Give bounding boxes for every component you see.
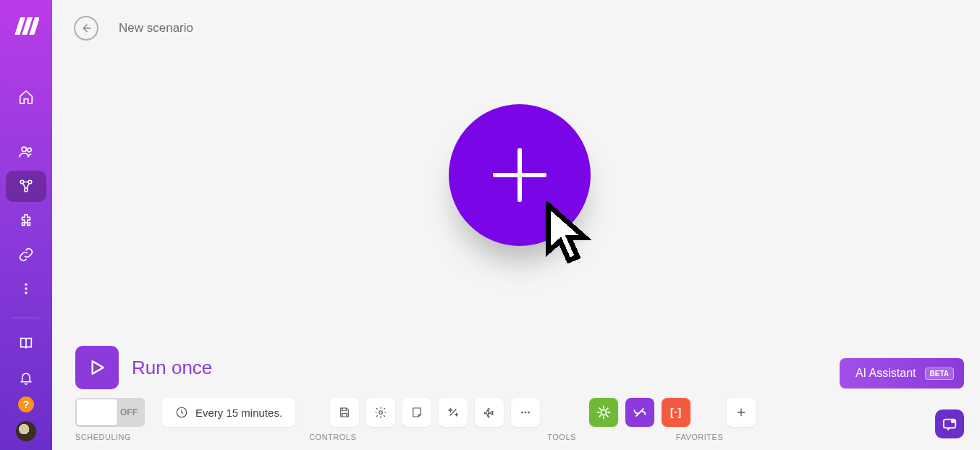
nav-connections[interactable]: [6, 239, 46, 270]
run-button[interactable]: [75, 346, 119, 389]
nav-home[interactable]: [6, 81, 46, 112]
favorites-section-label: FAVORITES: [676, 433, 723, 441]
avatar[interactable]: [16, 421, 36, 441]
note-icon: [410, 406, 423, 419]
settings-button[interactable]: [366, 398, 395, 427]
add-favorite-button[interactable]: [727, 398, 756, 427]
add-module-button[interactable]: [449, 104, 591, 246]
clock-icon: [175, 406, 188, 419]
svg-point-3: [22, 147, 26, 151]
svg-point-10: [25, 292, 27, 294]
svg-point-16: [601, 409, 606, 415]
canvas[interactable]: [52, 56, 980, 450]
flow-icon: [596, 404, 612, 420]
make-logo: [13, 13, 39, 39]
chat-icon: [942, 416, 958, 432]
magic-icon: [447, 406, 460, 419]
text-parser-tool[interactable]: [·]: [662, 398, 690, 427]
chat-fab[interactable]: [935, 409, 964, 438]
schedule-interval-label: Every 15 minutes.: [195, 407, 282, 419]
more-icon: [519, 406, 532, 419]
run-bar: Run once: [75, 346, 212, 389]
save-icon: [338, 406, 351, 419]
scheduling-section-label: SCHEDULING: [75, 433, 131, 441]
sidebar: ?: [0, 0, 52, 450]
svg-point-9: [25, 287, 27, 289]
toggle-knob: [77, 399, 117, 425]
svg-point-15: [528, 412, 530, 414]
svg-point-8: [25, 284, 27, 286]
plus-icon: [493, 148, 546, 202]
ai-assistant-label: AI Assistant: [856, 367, 916, 380]
plus-small-icon: [735, 406, 748, 419]
controls-group: [330, 398, 540, 427]
topbar: New scenario: [52, 0, 980, 56]
sidebar-separator: [13, 318, 39, 318]
wrench-icon: [632, 404, 648, 420]
nav-team[interactable]: [6, 137, 46, 168]
page-title[interactable]: New scenario: [119, 21, 193, 35]
svg-point-12: [379, 411, 383, 415]
tools-group: [·]: [589, 398, 690, 427]
toggle-state: OFF: [120, 407, 138, 417]
svg-point-13: [521, 412, 523, 414]
parser-icon: [·]: [670, 407, 682, 418]
beta-badge: BETA: [925, 368, 954, 380]
controls-section-label: CONTROLS: [309, 433, 356, 441]
svg-point-6: [28, 181, 32, 184]
svg-point-4: [28, 148, 31, 152]
scheduling-toggle[interactable]: OFF: [75, 398, 145, 427]
back-button[interactable]: [74, 16, 98, 41]
nav-more[interactable]: [6, 273, 46, 304]
tools-tool[interactable]: [625, 398, 654, 427]
svg-point-5: [20, 181, 24, 184]
schedule-interval[interactable]: Every 15 minutes.: [162, 398, 295, 427]
tools-section-label: TOOLS: [547, 433, 576, 441]
nav-notifications[interactable]: [6, 362, 46, 394]
save-button[interactable]: [330, 398, 359, 427]
plane-icon: [482, 406, 497, 419]
favorites-group: [727, 398, 756, 427]
bottom-toolbar: OFF Every 15 minutes.: [75, 398, 967, 441]
svg-point-14: [525, 412, 527, 414]
gear-icon: [374, 406, 387, 419]
svg-point-18: [952, 420, 955, 423]
explain-flow-button[interactable]: [475, 398, 504, 427]
notes-button[interactable]: [402, 398, 431, 427]
auto-align-button[interactable]: [439, 398, 468, 427]
run-label: Run once: [132, 357, 212, 379]
nav-scenarios[interactable]: [6, 171, 46, 202]
flow-control-tool[interactable]: [589, 398, 618, 427]
help-icon[interactable]: ?: [18, 396, 34, 412]
more-controls-button[interactable]: [511, 398, 540, 427]
section-labels: SCHEDULING CONTROLS TOOLS FAVORITES: [75, 433, 967, 441]
ai-assistant-button[interactable]: AI Assistant BETA: [840, 358, 964, 389]
nav-templates[interactable]: [6, 205, 46, 236]
nav-docs[interactable]: [6, 328, 46, 360]
